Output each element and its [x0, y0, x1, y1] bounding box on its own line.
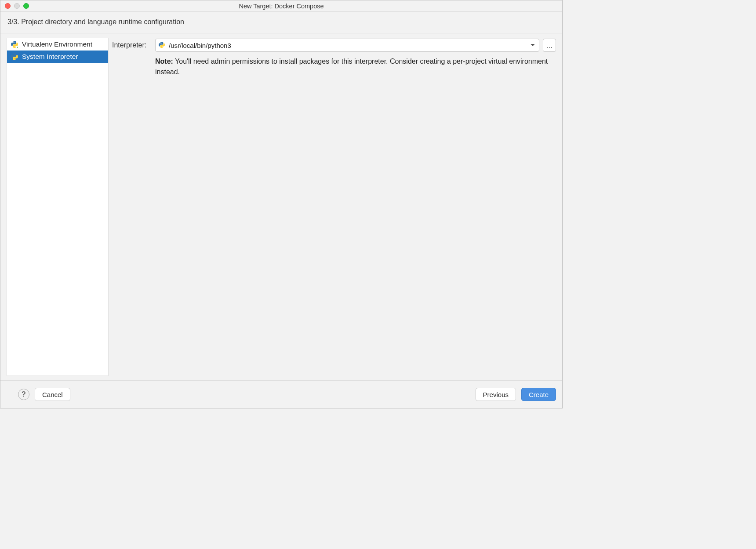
- create-button[interactable]: Create: [521, 388, 556, 401]
- button-label: Create: [529, 391, 549, 398]
- svg-text:v: v: [17, 46, 18, 48]
- permissions-note: Note: You'll need admin permissions to i…: [112, 56, 556, 77]
- titlebar: New Target: Docker Compose: [0, 0, 562, 12]
- close-window-button[interactable]: [5, 3, 11, 9]
- sidebar-item-virtualenv[interactable]: v Virtualenv Environment: [7, 38, 108, 51]
- minimize-window-button[interactable]: [14, 3, 20, 9]
- window-title: New Target: Docker Compose: [239, 3, 323, 10]
- content-area: v Virtualenv Environment System Interpre…: [0, 33, 562, 380]
- previous-button[interactable]: Previous: [476, 388, 516, 401]
- interpreter-value: /usr/local/bin/python3: [169, 42, 527, 49]
- zoom-window-button[interactable]: [23, 3, 29, 9]
- interpreter-row: Interpreter: /usr/local/bin/python3 ...: [112, 39, 556, 52]
- dialog-window: New Target: Docker Compose 3/3. Project …: [0, 0, 563, 408]
- button-label: Previous: [483, 391, 509, 398]
- window-controls: [5, 3, 29, 9]
- help-icon: ?: [22, 390, 26, 398]
- main-panel: Interpreter: /usr/local/bin/python3 ...: [112, 38, 556, 376]
- interpreter-label: Interpreter:: [112, 41, 152, 49]
- help-button[interactable]: ?: [18, 389, 29, 400]
- python-icon: v: [11, 40, 18, 48]
- ellipsis-icon: ...: [546, 42, 552, 49]
- sidebar-item-label: System Interpreter: [22, 53, 78, 61]
- python-icon: [158, 41, 166, 49]
- note-bold: Note:: [155, 58, 173, 65]
- cancel-button[interactable]: Cancel: [35, 388, 70, 401]
- button-label: Cancel: [42, 391, 63, 398]
- sidebar-item-system-interpreter[interactable]: System Interpreter: [7, 51, 108, 63]
- dialog-footer: ? Cancel Previous Create: [0, 380, 562, 408]
- interpreter-type-list: v Virtualenv Environment System Interpre…: [7, 38, 109, 376]
- interpreter-combobox[interactable]: /usr/local/bin/python3: [155, 39, 539, 52]
- note-text: You'll need admin permissions to install…: [155, 58, 548, 76]
- sidebar-item-label: Virtualenv Environment: [22, 40, 92, 48]
- browse-button[interactable]: ...: [543, 39, 556, 52]
- chevron-down-icon: [529, 42, 536, 49]
- step-header: 3/3. Project directory and language runt…: [0, 12, 562, 33]
- python-icon: [11, 53, 18, 61]
